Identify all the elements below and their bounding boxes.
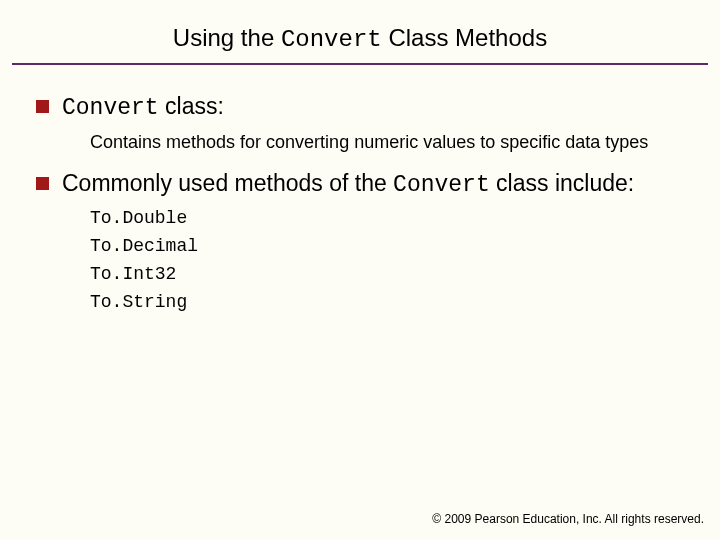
bullet-1-sub: Contains methods for converting numeric … xyxy=(62,124,684,154)
title-code: Convert xyxy=(281,26,382,53)
bullet-1-code: Convert xyxy=(62,95,159,121)
method-item: To.Int32 xyxy=(90,261,684,289)
slide-title: Using the Convert Class Methods xyxy=(0,0,720,63)
bullet-list: Convert class: Contains methods for conv… xyxy=(36,91,684,317)
bullet-1-rest: class: xyxy=(159,93,224,119)
title-pre: Using the xyxy=(173,24,281,51)
bullet-1-sub-text: Contains methods for converting numeric … xyxy=(90,130,684,154)
title-post: Class Methods xyxy=(382,24,547,51)
method-item: To.Double xyxy=(90,205,684,233)
bullet-1: Convert class: Contains methods for conv… xyxy=(36,91,684,154)
slide-body: Convert class: Contains methods for conv… xyxy=(0,65,720,317)
method-item: To.Decimal xyxy=(90,233,684,261)
method-item: To.String xyxy=(90,289,684,317)
slide: Using the Convert Class Methods Convert … xyxy=(0,0,720,540)
bullet-2-code: Convert xyxy=(393,172,490,198)
bullet-2-post: class include: xyxy=(490,170,634,196)
bullet-2: Commonly used methods of the Convert cla… xyxy=(36,168,684,317)
methods-list: To.Double To.Decimal To.Int32 To.String xyxy=(62,201,684,317)
bullet-2-pre: Commonly used methods of the xyxy=(62,170,393,196)
copyright-footer: © 2009 Pearson Education, Inc. All right… xyxy=(432,512,704,526)
